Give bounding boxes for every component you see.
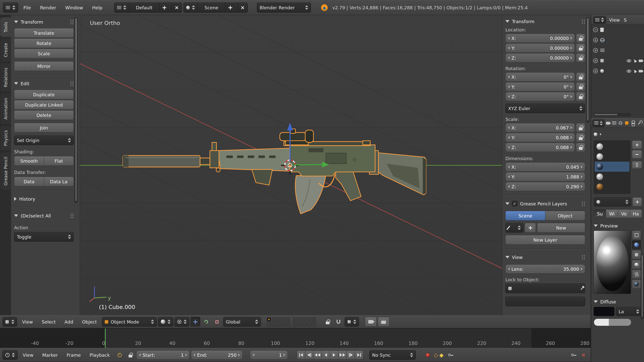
delete-keyframe-button[interactable] [579, 350, 588, 360]
layer-14[interactable] [281, 322, 285, 326]
increment-icon[interactable] [185, 353, 187, 356]
tool-shelf-scrollbar[interactable] [74, 17, 78, 203]
panel-header-history[interactable]: History [14, 195, 74, 203]
wire-tab[interactable]: Wi [606, 209, 618, 218]
gp-scene-tab[interactable]: Scene [505, 211, 545, 220]
viewport-shading-selector[interactable] [158, 317, 173, 327]
increment-icon[interactable] [571, 37, 572, 40]
tool-tab-animation[interactable]: Animation [0, 93, 11, 124]
panel-header-view[interactable]: View [505, 253, 585, 261]
material-slot-3[interactable] [595, 162, 629, 172]
decrement-icon[interactable] [508, 146, 510, 149]
rifle-magazine[interactable] [295, 176, 326, 214]
menu-render[interactable]: Render [36, 5, 60, 10]
layer-2[interactable] [272, 318, 276, 322]
surface-tab[interactable]: Su [594, 209, 606, 218]
diffuse-intensity-slider[interactable] [594, 319, 631, 326]
timeline-ruler[interactable]: -40 -20 0 20 40 60 80 100 120 140 160 18… [0, 328, 591, 348]
editor-type-selector-info[interactable] [3, 3, 18, 13]
scale-button[interactable]: Scale [14, 49, 74, 58]
tool-tab-tools[interactable]: Tools [0, 17, 11, 37]
use-preview-range-toggle[interactable] [115, 350, 124, 360]
preview-cube-button[interactable] [632, 250, 641, 259]
layer-8[interactable] [302, 318, 306, 322]
editor-type-selector-properties[interactable] [592, 119, 605, 127]
tool-tab-grease-pencil[interactable]: Grease Pencil [0, 152, 11, 190]
snap-toggle[interactable] [334, 317, 343, 327]
decrement-icon[interactable] [139, 353, 141, 356]
screen-layout-browse[interactable] [114, 3, 129, 12]
snap-element-selector[interactable] [345, 317, 359, 327]
set-origin-dropdown[interactable]: Set Origin [14, 135, 74, 145]
layer-16[interactable] [293, 322, 297, 326]
rifle-handguard[interactable] [217, 148, 290, 171]
layer-4[interactable] [281, 318, 285, 322]
gp-new-layer-button[interactable]: New Layer [505, 235, 585, 245]
editor-type-selector-outliner[interactable] [593, 16, 606, 24]
new-material-button[interactable] [632, 197, 642, 206]
material-slot-4[interactable] [595, 172, 629, 182]
insert-keyframe-button[interactable] [568, 350, 577, 360]
increment-icon[interactable] [571, 75, 572, 78]
play-reverse-button[interactable] [322, 350, 330, 359]
frame-start-field[interactable]: Start:1 [136, 350, 190, 359]
decrement-icon[interactable] [508, 47, 510, 50]
translate-button[interactable]: Translate [14, 28, 74, 38]
increment-icon[interactable] [571, 85, 572, 88]
av-sync-selector[interactable]: No Sync [369, 350, 416, 360]
lock-location-z-button[interactable] [576, 53, 585, 62]
panel-header-edit[interactable]: Edit [14, 79, 74, 88]
layers-widget-2[interactable] [293, 318, 316, 326]
outliner-row-object-2[interactable] [591, 66, 644, 76]
rewind-button[interactable] [313, 350, 322, 359]
add-scene-button[interactable] [225, 3, 235, 12]
remove-material-slot-button[interactable] [632, 150, 642, 159]
selectable-arrow-icon[interactable] [633, 69, 637, 73]
decrement-icon[interactable] [508, 165, 510, 168]
expand-icon[interactable] [593, 38, 598, 42]
rifle-model[interactable] [123, 129, 426, 214]
material-slot-1[interactable] [595, 142, 629, 152]
diffuse-shader-dropdown[interactable]: La [616, 307, 642, 316]
tab-scene[interactable] [611, 120, 617, 126]
preview-flat-button[interactable] [632, 231, 641, 240]
scale-x-field[interactable]: X:0.067 [505, 123, 575, 132]
outliner-row-world[interactable] [591, 35, 644, 45]
smooth-button[interactable]: Smooth [14, 156, 44, 166]
layer-17[interactable] [298, 322, 302, 326]
decrement-icon[interactable] [508, 75, 510, 78]
playhead[interactable] [105, 329, 106, 348]
layer-10[interactable] [312, 318, 316, 322]
material-specials-button[interactable] [632, 161, 642, 169]
location-z-field[interactable]: Z:0.00000 [505, 53, 575, 62]
layer-11[interactable] [267, 322, 271, 326]
delete-button[interactable]: Delete [14, 110, 74, 120]
panel-header-grease-pencil[interactable]: ✓Grease Pencil Layers [505, 199, 585, 208]
menu-view[interactable]: View [607, 17, 622, 23]
preview-hair-button[interactable] [632, 270, 641, 279]
layer-9[interactable] [307, 318, 311, 322]
layer-15[interactable] [286, 322, 290, 326]
gp-brush-dropdown[interactable] [505, 223, 524, 233]
rifle-grip[interactable] [336, 171, 361, 201]
lock-to-object-field[interactable] [505, 284, 585, 293]
decrement-icon[interactable] [508, 267, 510, 270]
browse-material-dropdown[interactable] [594, 197, 631, 206]
menu-window[interactable]: Window [61, 5, 87, 10]
tab-modifiers[interactable] [636, 120, 642, 126]
panel-grip-icon[interactable] [70, 81, 74, 86]
increment-icon[interactable] [581, 267, 583, 270]
panel-header-diffuse[interactable]: Diffuse [594, 297, 642, 306]
scene-name[interactable]: Scene [200, 5, 223, 10]
gp-object-tab[interactable]: Object [545, 211, 585, 220]
dimensions-y-field[interactable]: Y:1.088 [505, 172, 585, 181]
editor-type-selector-3dview[interactable] [3, 317, 17, 327]
decrement-icon[interactable] [508, 136, 510, 139]
layer-5[interactable] [286, 318, 290, 322]
lock-to-scene-toggle[interactable] [323, 317, 333, 327]
rotation-y-field[interactable]: Y:0° [505, 82, 575, 91]
increment-icon[interactable] [581, 185, 583, 188]
scene-browse[interactable] [184, 3, 198, 12]
collapse-icon[interactable] [593, 27, 598, 32]
tab-object[interactable] [624, 120, 630, 126]
